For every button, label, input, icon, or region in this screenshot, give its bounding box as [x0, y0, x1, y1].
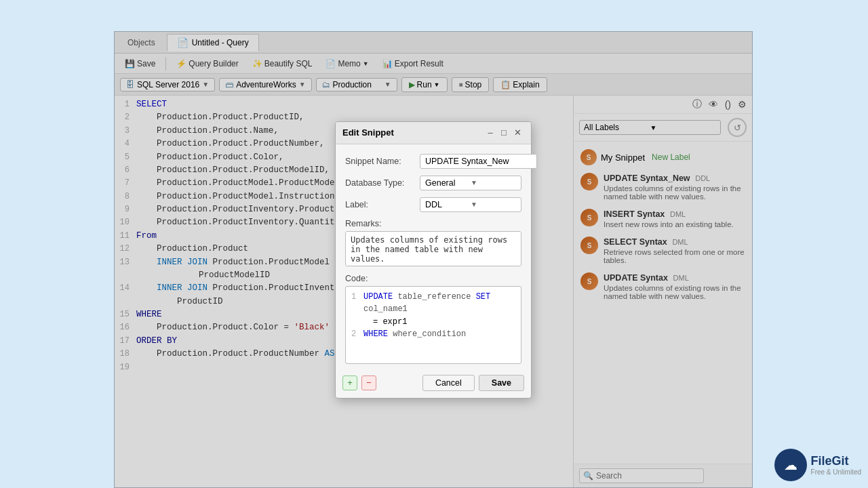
modal-close-button[interactable]: ✕: [511, 126, 524, 140]
remarks-label: Remarks:: [345, 219, 521, 228]
database-type-select[interactable]: General ▼: [420, 176, 521, 190]
remarks-textarea[interactable]: Updates columns of existing rows in the …: [345, 231, 521, 266]
code-box-line-1: 1 UPDATE table_reference SET col_name1: [351, 291, 515, 316]
database-type-row: Database Type: General ▼: [345, 176, 521, 190]
code-box-line-2: 2 WHERE where_condition: [351, 328, 515, 341]
code-label: Code:: [345, 274, 521, 283]
label-select[interactable]: DDL ▼: [420, 197, 521, 212]
modal-title: Edit Snippet: [342, 127, 484, 138]
modal-maximize-button[interactable]: □: [497, 126, 511, 140]
save-button[interactable]: Save: [479, 375, 524, 391]
filegit-brand: FileGit: [811, 454, 861, 468]
database-type-value: General: [425, 178, 471, 188]
remarks-container: Remarks: Updates columns of existing row…: [345, 219, 521, 268]
modal-footer: + − Cancel Save: [336, 371, 531, 398]
filegit-logo: ☁ FileGit Free & Unlimited: [774, 449, 861, 481]
modal-minimize-button[interactable]: –: [484, 126, 497, 140]
code-container: Code: 1 UPDATE table_reference SET col_n…: [345, 274, 521, 364]
label-row: Label: DDL ▼: [345, 197, 521, 212]
database-type-label: Database Type:: [345, 178, 420, 188]
edit-snippet-modal: Edit Snippet – □ ✕ Snippet Name: Databas…: [335, 121, 532, 399]
delete-snippet-button[interactable]: −: [361, 375, 376, 390]
filegit-text-block: FileGit Free & Unlimited: [811, 454, 861, 476]
code-box[interactable]: 1 UPDATE table_reference SET col_name1 1…: [345, 286, 521, 364]
filegit-icon: ☁: [774, 449, 807, 481]
code-box-line-1b: 1 = expr1: [351, 316, 515, 329]
label-value: DDL: [425, 200, 471, 209]
add-snippet-button[interactable]: +: [342, 375, 357, 390]
snippet-name-input[interactable]: [420, 154, 537, 169]
cancel-button[interactable]: Cancel: [422, 375, 475, 391]
snippet-name-label: Snippet Name:: [345, 157, 420, 166]
label-field-label: Label:: [345, 200, 420, 209]
modal-overlay: Edit Snippet – □ ✕ Snippet Name: Databas…: [114, 31, 753, 488]
modal-body: Snippet Name: Database Type: General ▼ L…: [336, 144, 531, 371]
label-arrow: ▼: [471, 201, 516, 208]
filegit-sub: Free & Unlimited: [811, 468, 861, 476]
modal-footer-icons: + −: [342, 375, 418, 390]
database-type-arrow: ▼: [471, 179, 516, 186]
modal-titlebar: Edit Snippet – □ ✕: [336, 122, 531, 144]
snippet-name-row: Snippet Name:: [345, 154, 521, 169]
